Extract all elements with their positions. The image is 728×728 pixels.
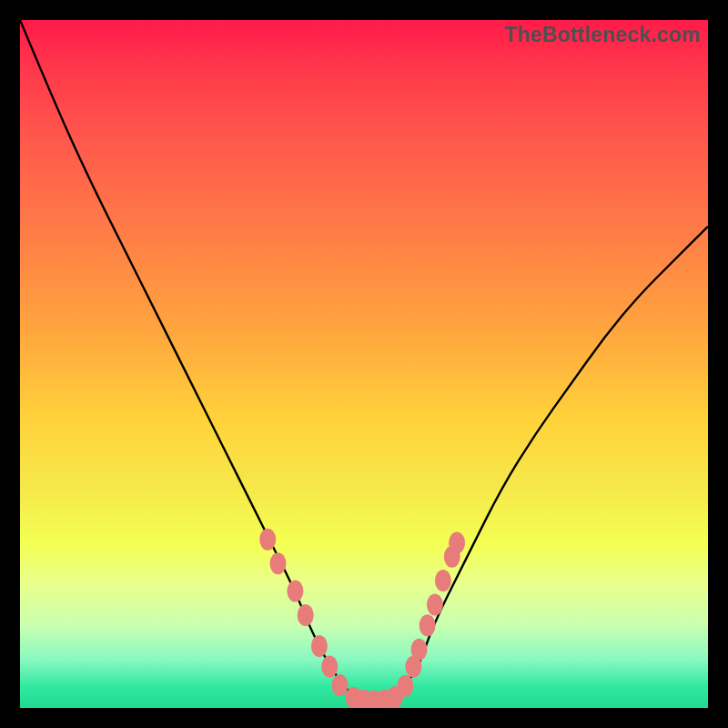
curve-marker — [449, 532, 465, 554]
curve-marker — [397, 675, 413, 697]
curve-marker — [259, 529, 276, 551]
curve-markers — [259, 529, 465, 708]
bottleneck-curve — [20, 20, 708, 708]
plot-area: TheBottleneck.com — [20, 20, 708, 708]
curve-marker — [332, 674, 349, 696]
curve-marker — [311, 635, 328, 657]
curve-marker — [411, 639, 428, 661]
curve-marker — [287, 581, 303, 602]
curve-marker — [270, 552, 287, 574]
curve-marker — [321, 656, 338, 678]
curve-path — [20, 20, 708, 701]
curve-marker — [435, 570, 451, 592]
curve-marker — [420, 614, 436, 636]
chart-frame: TheBottleneck.com — [0, 0, 728, 728]
curve-marker — [427, 594, 443, 616]
curve-marker — [298, 604, 314, 626]
